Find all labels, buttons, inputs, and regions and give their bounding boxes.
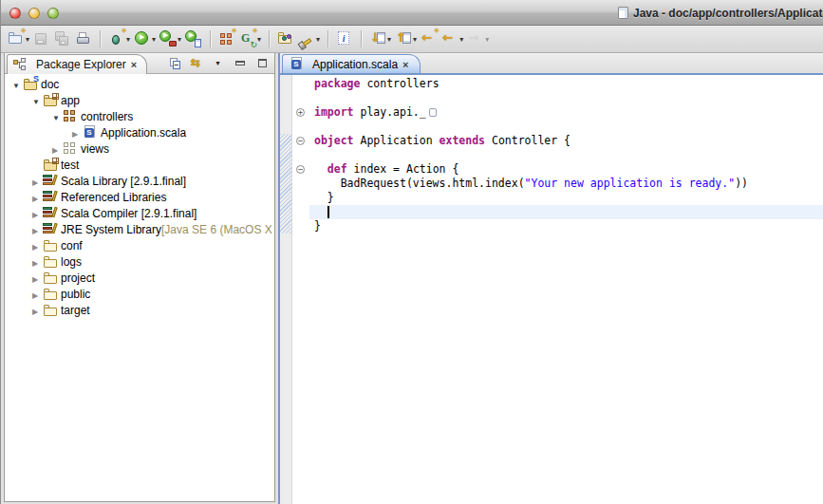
print-icon [75, 30, 92, 47]
code-line[interactable]: } [309, 219, 823, 233]
tree-item-logs[interactable]: logs [5, 253, 274, 270]
expand-arrow-icon[interactable] [32, 271, 43, 285]
code-line[interactable] [309, 148, 823, 162]
code-line[interactable] [309, 91, 823, 105]
code-line[interactable]: BadRequest(views.html.index("Your new ap… [309, 177, 823, 191]
tree-item-label: conf [61, 239, 83, 252]
folding-gutter[interactable]: +−− [292, 75, 309, 504]
document-proxy-icon[interactable] [618, 7, 628, 19]
tree-item-doc[interactable]: Sdoc [5, 76, 274, 92]
tree-item-target[interactable]: target [5, 302, 274, 318]
new-java-project-button[interactable]: ✦ [217, 28, 236, 49]
tree-item-public[interactable]: public [5, 286, 274, 302]
save-all-button[interactable] [53, 28, 72, 49]
back-button[interactable]: ← [440, 28, 464, 49]
expand-arrow-icon[interactable] [32, 191, 43, 204]
code-line[interactable]: package controllers [309, 77, 823, 91]
tree-item-referenced[interactable]: Referenced Libraries [5, 189, 274, 205]
tree-item-scala[interactable]: Scala Compiler [2.9.1.final] [5, 205, 274, 221]
expand-arrow-icon[interactable] [32, 255, 43, 269]
range-indicator [280, 134, 291, 233]
link-with-editor-button[interactable]: ⇆ [190, 53, 205, 74]
sparkle-overlay: ✦ [433, 27, 440, 35]
tree-item-label: controllers [81, 110, 133, 123]
last-edit-location-button[interactable]: ←✦ [420, 28, 439, 49]
expand-arrow-icon[interactable] [32, 207, 43, 220]
new-scala-wizard-button[interactable]: G↻✦ [238, 28, 262, 49]
back-icon: ← [441, 30, 458, 47]
tree-item-conf[interactable]: conf [5, 237, 274, 253]
run-button[interactable]: ▶ [133, 28, 157, 49]
tree-item-controllers[interactable]: controllers [5, 108, 274, 124]
zoom-button[interactable] [47, 8, 59, 19]
info-button[interactable]: i [335, 28, 354, 49]
title-area: Java - doc/app/controllers/Application.s… [618, 0, 823, 26]
run-history-button[interactable]: ▶ [159, 28, 182, 49]
code-line[interactable]: object Application extends Controller { [309, 134, 823, 148]
fold-collapse-icon[interactable]: − [296, 165, 305, 174]
tree-item-project[interactable]: project [5, 270, 274, 286]
code-text-area[interactable]: package controllersimport play.api._obje… [309, 75, 823, 504]
package-empty-icon [63, 141, 78, 156]
debug-button[interactable]: ✦ [107, 28, 131, 49]
close-icon[interactable] [131, 58, 137, 71]
collapse-arrow-icon[interactable] [52, 110, 63, 123]
title-bar[interactable]: Java - doc/app/controllers/Application.s… [1, 0, 823, 26]
save-button[interactable] [32, 28, 51, 49]
window-controls [9, 8, 59, 19]
collapse-arrow-icon[interactable] [12, 78, 23, 91]
next-annotation-button[interactable]: ↓ [368, 28, 392, 49]
close-icon[interactable] [402, 58, 408, 71]
annotation-ruler[interactable] [280, 75, 292, 504]
tree-item-application.scala[interactable]: SApplication.scala [5, 124, 274, 140]
run-config-button[interactable]: ▶ [184, 28, 203, 49]
project-tree[interactable]: SdocappcontrollersSApplication.scalaview… [5, 75, 274, 501]
tree-item-app[interactable]: app [5, 92, 274, 108]
print-button[interactable] [74, 28, 93, 49]
expand-arrow-icon[interactable] [32, 239, 43, 252]
forward-button[interactable]: → [466, 28, 490, 49]
expand-arrow-icon[interactable] [32, 175, 43, 188]
expand-arrow-icon[interactable] [52, 142, 63, 156]
tree-item-views[interactable]: views [5, 140, 274, 157]
expand-arrow-icon[interactable] [32, 223, 43, 236]
folded-region-indicator[interactable] [429, 108, 437, 117]
expand-arrow-icon[interactable] [72, 126, 83, 140]
code-line[interactable] [309, 120, 823, 134]
scala-file-icon: S [83, 125, 98, 140]
view-menu-button[interactable]: ▼ [212, 53, 227, 74]
code-token-string: "Your new application is ready." [525, 177, 736, 190]
tree-item-test[interactable]: test [5, 157, 274, 173]
collapse-arrow-icon[interactable] [32, 94, 43, 107]
maximize-view-button[interactable] [255, 53, 271, 74]
code-line[interactable]: } [309, 191, 823, 205]
code-line[interactable]: def index = Action { [309, 162, 823, 177]
code-token-plain: controllers [360, 77, 439, 90]
tree-item-jre[interactable]: JRE System Library [Java SE 6 (MacOS X D… [5, 221, 274, 237]
fold-collapse-icon[interactable]: − [296, 137, 305, 145]
expand-arrow-icon[interactable] [32, 304, 43, 317]
code-line-current[interactable] [309, 205, 823, 219]
minimize-button[interactable] [28, 8, 40, 19]
close-button[interactable] [9, 8, 21, 19]
minimize-view-button[interactable] [234, 53, 249, 74]
expand-arrow-icon[interactable] [32, 288, 43, 301]
code-editor[interactable]: +−− package controllersimport play.api._… [280, 75, 823, 504]
new-wizard-button[interactable]: ✦ [7, 28, 30, 49]
open-type-button[interactable] [276, 28, 295, 49]
package-explorer-view: Package Explorer −⇆▼ SdocappcontrollersS… [4, 53, 275, 502]
forward-icon: → [467, 30, 484, 47]
collapse-all-button[interactable]: − [168, 53, 183, 74]
tree-item-label: project [61, 271, 95, 285]
prev-annotation-button[interactable]: ↑ [394, 28, 418, 49]
editor-area: S Application.scala +−− package controll… [278, 53, 823, 504]
tree-item-label: doc [41, 78, 59, 91]
tab-application-scala[interactable]: S Application.scala [282, 54, 421, 73]
code-line[interactable]: import play.api._ [309, 105, 823, 120]
editor-tab-bar: S Application.scala [280, 53, 823, 75]
tree-item-scala[interactable]: Scala Library [2.9.1.final] [5, 173, 274, 189]
search-button[interactable] [297, 28, 321, 49]
tab-package-explorer[interactable]: Package Explorer [7, 54, 147, 74]
main-toolbar: ✦✦▶▶▶✦G↻✦i↓↑←✦←→ [1, 26, 823, 53]
fold-expand-icon[interactable]: + [296, 108, 305, 117]
